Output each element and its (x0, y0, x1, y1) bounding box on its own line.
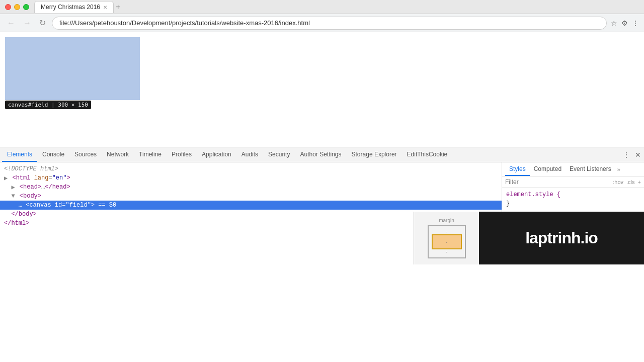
styles-rule: element.style { } (502, 188, 644, 210)
overlay-brand-text: laptrinh.io (525, 229, 598, 247)
devtools-tabs: Elements Console Sources Network Timelin… (0, 147, 644, 162)
dom-line[interactable]: ▶ <head> … </head> (0, 183, 502, 192)
overlay-panel: laptrinh.io (479, 212, 644, 264)
devtools-tab-elements[interactable]: Elements (2, 147, 37, 162)
devtools-tab-editthiscookie[interactable]: EditThisCookie (402, 147, 453, 162)
styles-filter-input[interactable] (505, 178, 610, 186)
cls-filter-button[interactable]: .cls (626, 179, 635, 185)
minimize-window-button[interactable] (14, 4, 20, 10)
devtools-tab-author-settings[interactable]: Author Settings (295, 147, 346, 162)
canvas-field (5, 37, 140, 100)
toolbar-icons: ☆ ⚙ ⋮ (611, 19, 639, 27)
styles-filter-bar: :hov .cls + (502, 176, 644, 188)
box-model-inner: - (432, 234, 462, 249)
box-model-label: margin (439, 218, 454, 223)
devtools-tab-sources[interactable]: Sources (69, 147, 102, 162)
address-bar: ← → ↻ file:///Users/petehouston/Developm… (0, 14, 644, 32)
traffic-lights (5, 4, 29, 10)
url-bar[interactable]: file:///Users/petehouston/Development/pr… (52, 17, 607, 30)
menu-icon[interactable]: ⋮ (632, 19, 639, 27)
devtools-tab-audits[interactable]: Audits (236, 147, 263, 162)
devtools-tab-profiles[interactable]: Profiles (167, 147, 197, 162)
add-style-button[interactable]: + (638, 179, 641, 185)
styles-tab-computed[interactable]: Computed (530, 162, 566, 176)
tab-title: Merry Christmas 2016 (41, 4, 100, 11)
maximize-window-button[interactable] (23, 4, 29, 10)
devtools-close-icon[interactable]: ✕ (634, 150, 642, 160)
new-tab-button[interactable]: + (116, 3, 120, 12)
reload-button[interactable]: ↻ (37, 17, 48, 29)
dom-line-selected[interactable]: … <canvas id= "field" > == $0 (0, 201, 502, 210)
extensions-icon[interactable]: ⚙ (621, 19, 628, 27)
devtools-tab-console[interactable]: Console (37, 147, 69, 162)
browser-title-bar: Merry Christmas 2016 ✕ + (0, 0, 644, 14)
browser-tab[interactable]: Merry Christmas 2016 ✕ (34, 1, 114, 13)
close-window-button[interactable] (5, 4, 11, 10)
devtools-tab-security[interactable]: Security (263, 147, 295, 162)
styles-tab-styles[interactable]: Styles (505, 162, 530, 176)
styles-tabs: Styles Computed Event Listeners » (502, 162, 644, 176)
canvas-tooltip: canvas#field | 300 × 150 (5, 101, 91, 109)
hov-filter-button[interactable]: :hov (613, 179, 623, 185)
tab-close-button[interactable]: ✕ (103, 5, 107, 10)
devtools-tab-network[interactable]: Network (102, 147, 134, 162)
box-model-area: margin - - - (414, 212, 479, 264)
dom-line[interactable]: ▶ <html lang = "en" > (0, 173, 502, 183)
devtools-tab-timeline[interactable]: Timeline (134, 147, 167, 162)
tab-bar: Merry Christmas 2016 ✕ + (34, 1, 120, 13)
url-text: file:///Users/petehouston/Development/pr… (59, 19, 310, 27)
styles-tab-event-listeners[interactable]: Event Listeners (566, 162, 615, 176)
page-content-area: canvas#field | 300 × 150 Elements Consol… (0, 32, 644, 264)
devtools-more-icon[interactable]: ⋮ (622, 150, 631, 160)
back-button[interactable]: ← (5, 18, 17, 29)
devtools-tab-storage-explorer[interactable]: Storage Explorer (347, 147, 402, 162)
dom-line[interactable]: ▼ <body> (0, 192, 502, 201)
forward-button[interactable]: → (21, 18, 33, 29)
dom-line: <!DOCTYPE html> (0, 164, 502, 173)
devtools-panel: Elements Console Sources Network Timelin… (0, 147, 644, 264)
bookmark-icon[interactable]: ☆ (611, 19, 617, 27)
box-model-outer: - - - (428, 225, 466, 258)
devtools-tab-application[interactable]: Application (197, 147, 236, 162)
styles-tab-more[interactable]: » (617, 166, 620, 172)
devtools-tab-icons: ⋮ ✕ (622, 150, 642, 160)
